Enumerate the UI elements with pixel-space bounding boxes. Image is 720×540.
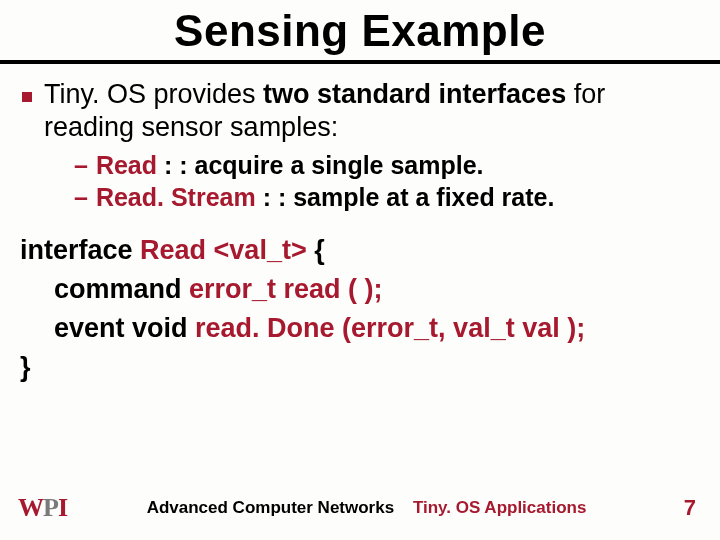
bullet-text: Tiny. OS provides two standard interface… xyxy=(44,78,700,144)
sub-item-read: – Read : : acquire a single sample. xyxy=(74,150,700,181)
footer-text-2: Tiny. OS Applications xyxy=(413,498,587,517)
sub-item-text: Read. Stream : : sample at a fixed rate. xyxy=(96,182,555,213)
code-readdone: read. Done (error_t, val_t val ); xyxy=(195,313,585,343)
sub-name: Read. Stream xyxy=(96,183,256,211)
footer: WPI Advanced Computer Networks Tiny. OS … xyxy=(0,486,720,540)
logo-w: W xyxy=(18,493,43,523)
title-block: Sensing Example xyxy=(0,0,720,64)
code-read: error_t read ( ); xyxy=(189,274,383,304)
code-line-3: event void read. Done (error_t, val_t va… xyxy=(20,309,700,348)
sub-desc: : : acquire a single sample. xyxy=(157,151,484,179)
kw-event: event void xyxy=(54,313,195,343)
slide-title: Sensing Example xyxy=(0,6,720,56)
sub-item-readstream: – Read. Stream : : sample at a fixed rat… xyxy=(74,182,700,213)
code-brace: { xyxy=(307,235,325,265)
sub-item-text: Read : : acquire a single sample. xyxy=(96,150,484,181)
bullet-em: two standard interfaces xyxy=(263,79,566,109)
dash-icon: – xyxy=(74,150,88,181)
sub-name: Read xyxy=(96,151,157,179)
logo-p: P xyxy=(43,493,58,523)
content-area: Tiny. OS provides two standard interface… xyxy=(0,64,720,486)
code-block: interface Read <val_t> { command error_t… xyxy=(20,231,700,388)
code-line-2: command error_t read ( ); xyxy=(20,270,700,309)
footer-text-1: Advanced Computer Networks xyxy=(147,498,395,517)
page-number: 7 xyxy=(666,495,696,521)
code-type: Read <val_t> xyxy=(140,235,307,265)
bullet-square-icon xyxy=(22,92,32,102)
kw-interface: interface xyxy=(20,235,140,265)
logo-i: I xyxy=(58,493,67,523)
bullet-pre: Tiny. OS provides xyxy=(44,79,263,109)
dash-icon: – xyxy=(74,182,88,213)
code-line-4: } xyxy=(20,348,700,387)
code-line-1: interface Read <val_t> { xyxy=(20,231,700,270)
slide: Sensing Example Tiny. OS provides two st… xyxy=(0,0,720,540)
wpi-logo: WPI xyxy=(18,493,67,523)
sub-desc: : : sample at a fixed rate. xyxy=(256,183,555,211)
kw-command: command xyxy=(54,274,189,304)
bullet-main: Tiny. OS provides two standard interface… xyxy=(20,78,700,144)
footer-center: Advanced Computer Networks Tiny. OS Appl… xyxy=(67,498,666,518)
sub-list: – Read : : acquire a single sample. – Re… xyxy=(74,150,700,213)
